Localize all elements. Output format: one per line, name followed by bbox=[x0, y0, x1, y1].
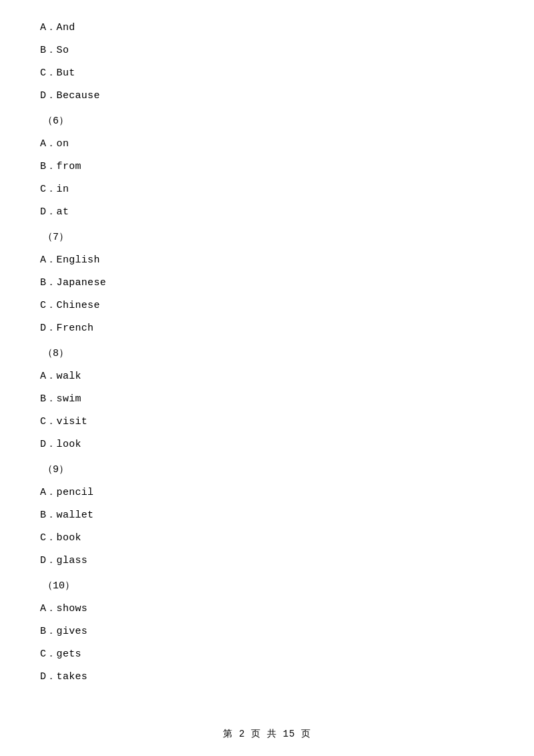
option-label: A．English bbox=[40, 254, 100, 266]
option-label: A．And bbox=[40, 22, 75, 33]
option-label: D．Because bbox=[40, 90, 100, 102]
option-A1: A．And bbox=[40, 20, 494, 36]
option-D8: D．look bbox=[40, 437, 494, 453]
question-6-number: （6） bbox=[40, 114, 494, 130]
page-number-text: 第 2 页 共 15 页 bbox=[223, 729, 311, 739]
option-label: A．walk bbox=[40, 371, 81, 382]
option-label: C．in bbox=[40, 184, 69, 195]
option-B8: B．swim bbox=[40, 391, 494, 407]
option-label: B．gives bbox=[40, 626, 87, 637]
main-content: A．And B．So C．But D．Because （6） A．on B．fr… bbox=[0, 0, 534, 732]
option-C10: C．gets bbox=[40, 646, 494, 663]
option-label: D．look bbox=[40, 439, 81, 450]
option-label: D．French bbox=[40, 323, 93, 334]
page-footer: 第 2 页 共 15 页 bbox=[0, 728, 534, 740]
option-B10: B．gives bbox=[40, 624, 494, 640]
option-C7: C．Chinese bbox=[40, 298, 494, 314]
option-B6: B．from bbox=[40, 159, 494, 175]
option-D7: D．French bbox=[40, 321, 494, 337]
option-A9: A．pencil bbox=[40, 485, 494, 501]
option-C6: C．in bbox=[40, 182, 494, 198]
option-D10: D．takes bbox=[40, 669, 494, 685]
option-label: B．swim bbox=[40, 393, 81, 405]
option-label: D．takes bbox=[40, 671, 87, 683]
option-label: B．from bbox=[40, 161, 81, 172]
option-B9: B．wallet bbox=[40, 508, 494, 524]
option-group-8: A．walk B．swim C．visit D．look bbox=[40, 369, 494, 453]
option-B1: B．So bbox=[40, 43, 494, 59]
option-label: A．pencil bbox=[40, 487, 93, 498]
option-label: C．book bbox=[40, 532, 81, 544]
question-8-number: （8） bbox=[40, 346, 494, 362]
option-group-7: A．English B．Japanese C．Chinese D．French bbox=[40, 252, 494, 337]
option-C1: C．But bbox=[40, 65, 494, 81]
option-label: B．wallet bbox=[40, 510, 93, 521]
question-9-number: （9） bbox=[40, 462, 494, 478]
option-group-9: A．pencil B．wallet C．book D．glass bbox=[40, 485, 494, 569]
option-D9: D．glass bbox=[40, 553, 494, 569]
option-A7: A．English bbox=[40, 252, 494, 268]
option-A8: A．walk bbox=[40, 369, 494, 385]
question-7-number: （7） bbox=[40, 230, 494, 246]
option-label: D．glass bbox=[40, 555, 87, 566]
option-group-6: A．on B．from C．in D．at bbox=[40, 136, 494, 220]
option-label: B．Japanese bbox=[40, 277, 106, 289]
option-label: C．But bbox=[40, 67, 75, 79]
option-C8: C．visit bbox=[40, 414, 494, 430]
option-group-1: A．And B．So C．But D．Because bbox=[40, 20, 494, 104]
option-label: C．visit bbox=[40, 416, 87, 427]
option-A6: A．on bbox=[40, 136, 494, 152]
option-label: C．gets bbox=[40, 648, 81, 660]
option-D1: D．Because bbox=[40, 88, 494, 104]
option-label: C．Chinese bbox=[40, 300, 100, 311]
option-B7: B．Japanese bbox=[40, 275, 494, 291]
option-label: A．on bbox=[40, 138, 69, 150]
option-label: A．shows bbox=[40, 603, 87, 614]
option-label: B．So bbox=[40, 45, 69, 56]
option-A10: A．shows bbox=[40, 601, 494, 617]
option-D6: D．at bbox=[40, 204, 494, 220]
question-10-number: （10） bbox=[40, 578, 494, 594]
option-C9: C．book bbox=[40, 530, 494, 546]
option-group-10: A．shows B．gives C．gets D．takes bbox=[40, 601, 494, 685]
option-label: D．at bbox=[40, 206, 69, 218]
